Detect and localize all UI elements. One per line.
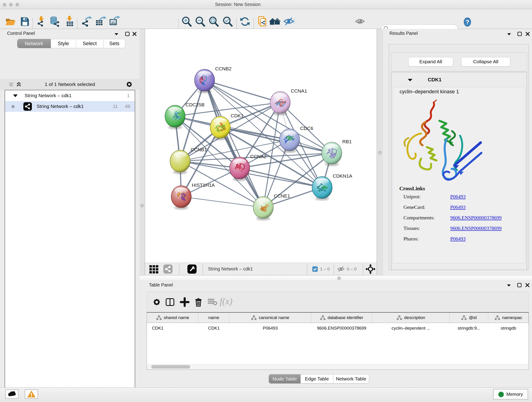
network-node-HIST1H1A[interactable] xyxy=(171,186,191,210)
horizontal-scrollbar-thumb[interactable] xyxy=(151,365,190,369)
right-splitter-handle[interactable] xyxy=(378,151,382,154)
refresh-view-button[interactable] xyxy=(239,16,252,28)
table-cell[interactable]: stringdb xyxy=(488,323,529,333)
column-header-databaseidentifier[interactable]: database identifier xyxy=(311,313,372,323)
network-node-CCNB1[interactable] xyxy=(170,150,190,174)
results-panel-float-button[interactable] xyxy=(507,32,511,36)
network-node-CDC25B[interactable] xyxy=(165,105,185,129)
control-tab-sets[interactable]: Sets xyxy=(104,39,125,48)
import-database-icon xyxy=(48,16,60,27)
show-selected-button[interactable] xyxy=(354,16,367,28)
column-header-sharedname[interactable]: shared name xyxy=(147,313,198,323)
network-node-CDKN1A[interactable] xyxy=(312,177,332,201)
left-splitter-handle[interactable] xyxy=(140,204,144,207)
table-tab-edge-table[interactable]: Edge Table xyxy=(301,374,333,383)
crosslink-link-uniprot[interactable]: P06493 xyxy=(450,194,466,199)
import-table-from-file-button[interactable] xyxy=(63,16,76,28)
horizontal-scrollbar[interactable] xyxy=(147,364,528,369)
results-panel-close-button[interactable] xyxy=(525,32,530,36)
table-panel-float-button[interactable] xyxy=(507,284,511,287)
network-node-CDC6[interactable] xyxy=(279,129,300,153)
expand-all-button[interactable]: Expand All xyxy=(408,57,453,66)
string-network-badge-icon[interactable] xyxy=(163,264,172,274)
delete-table-icon[interactable] xyxy=(207,298,217,306)
open-session-button[interactable] xyxy=(4,16,17,28)
control-panel-float-button[interactable] xyxy=(114,32,119,36)
zoom-in-button[interactable] xyxy=(181,16,194,28)
delete-column-trash-icon[interactable] xyxy=(194,297,203,307)
control-tab-style[interactable]: Style xyxy=(51,39,76,48)
add-column-icon[interactable] xyxy=(180,297,190,307)
horizontal-splitter-handle[interactable] xyxy=(337,276,341,280)
memory-button[interactable]: Memory xyxy=(493,389,528,400)
hide-selected-button[interactable] xyxy=(283,16,296,28)
horizontal-splitter[interactable] xyxy=(140,275,532,281)
table-cell[interactable]: stringdb:9... xyxy=(450,323,488,333)
export-table-button[interactable] xyxy=(95,16,108,28)
crosslink-link-pharos[interactable]: P06493 xyxy=(450,236,466,242)
network-edge[interactable] xyxy=(205,80,280,102)
table-tab-network-table[interactable]: Network Table xyxy=(333,374,369,383)
hidden-eye-slash-icon[interactable] xyxy=(337,266,345,273)
import-network-from-file-button[interactable] xyxy=(35,16,48,28)
control-panel-maximize-button[interactable] xyxy=(125,32,130,36)
move-crosshair-icon[interactable] xyxy=(365,264,375,274)
table-cell[interactable]: cyclin–dependent ... xyxy=(372,323,450,333)
export-network-button[interactable] xyxy=(81,16,94,28)
collapse-all-button[interactable]: Collapse All xyxy=(461,57,510,66)
column-header-namespac[interactable]: namespac xyxy=(488,313,529,323)
column-header-description[interactable]: description xyxy=(372,313,450,323)
open-in-window-icon[interactable] xyxy=(187,264,196,274)
table-cell[interactable]: CDK1 xyxy=(198,323,229,333)
string-home-button[interactable] xyxy=(269,16,282,28)
table-cell[interactable]: P06493 xyxy=(229,323,311,333)
zoom-fit-button[interactable] xyxy=(208,16,221,28)
crosslink-link-genecard[interactable]: P06493 xyxy=(450,204,466,210)
warning-status-button[interactable] xyxy=(25,389,38,399)
table-row[interactable]: CDK1CDK1P064939606.ENSP00000378699cyclin… xyxy=(147,323,529,333)
network-options-gear-icon[interactable] xyxy=(126,81,133,88)
network-edge[interactable] xyxy=(181,197,263,207)
table-settings-gear-icon[interactable] xyxy=(152,298,161,306)
separator xyxy=(203,264,203,274)
column-header-canonicalname[interactable]: canonical name xyxy=(229,313,311,323)
network-node-RB1[interactable] xyxy=(322,142,342,166)
control-tab-select[interactable]: Select xyxy=(76,39,104,48)
save-session-button[interactable] xyxy=(19,16,32,28)
help-button[interactable]: ? xyxy=(461,16,474,28)
copy-network-button[interactable] xyxy=(256,16,269,28)
network-edge[interactable] xyxy=(205,80,332,153)
import-network-from-database-button[interactable] xyxy=(48,16,61,28)
column-header-name[interactable]: name xyxy=(198,313,229,323)
function-builder-icon[interactable]: f(x) xyxy=(220,296,233,307)
control-tab-network[interactable]: Network xyxy=(17,39,51,48)
select-columns-icon[interactable] xyxy=(165,297,175,307)
birdseye-grid-icon[interactable] xyxy=(149,264,159,274)
zoom-out-button[interactable] xyxy=(194,16,207,28)
collapse-gene-icon[interactable] xyxy=(407,78,413,82)
crosslink-link-tissues[interactable]: 9606.ENSP00000378699 xyxy=(450,225,501,231)
column-header-@id[interactable]: @id xyxy=(450,313,488,323)
table-tab-node-table[interactable]: Node Table xyxy=(269,374,301,383)
table-cell[interactable]: 9606.ENSP00000378699 xyxy=(311,323,372,333)
table-panel-maximize-button[interactable] xyxy=(517,283,522,287)
tree-row-collection[interactable]: String Network – cdk1 1 xyxy=(5,90,135,101)
results-panel-maximize-button[interactable] xyxy=(517,32,522,36)
main-toolbar: ? xyxy=(0,9,532,29)
tree-network-node-count: 11 xyxy=(113,104,118,109)
selected-checkbox-icon[interactable] xyxy=(312,266,318,272)
collapse-triangle-icon[interactable] xyxy=(13,94,18,97)
tree-network-edge-count: 48 xyxy=(125,104,130,109)
crosslink-link-compartments[interactable]: 9606.ENSP00000378699 xyxy=(450,215,501,220)
network-node-CCNA1[interactable] xyxy=(270,91,290,115)
network-canvas[interactable]: CCNB2CCNA1CDC25BCDK1CDC6RB1CCNB1CCNA2CDK… xyxy=(145,29,377,263)
zoom-selected-button[interactable] xyxy=(222,16,234,28)
table-cell[interactable]: CDK1 xyxy=(147,323,198,333)
network-node-CCNE1[interactable] xyxy=(253,196,273,220)
double-home-icon xyxy=(269,16,281,27)
table-panel-close-button[interactable] xyxy=(525,283,530,287)
cloud-status-button[interactable] xyxy=(5,389,19,399)
tree-row-network[interactable]: String Network – cdk1 11 48 xyxy=(5,101,135,112)
control-panel-close-button[interactable] xyxy=(132,32,137,36)
export-image-button[interactable] xyxy=(108,16,121,28)
